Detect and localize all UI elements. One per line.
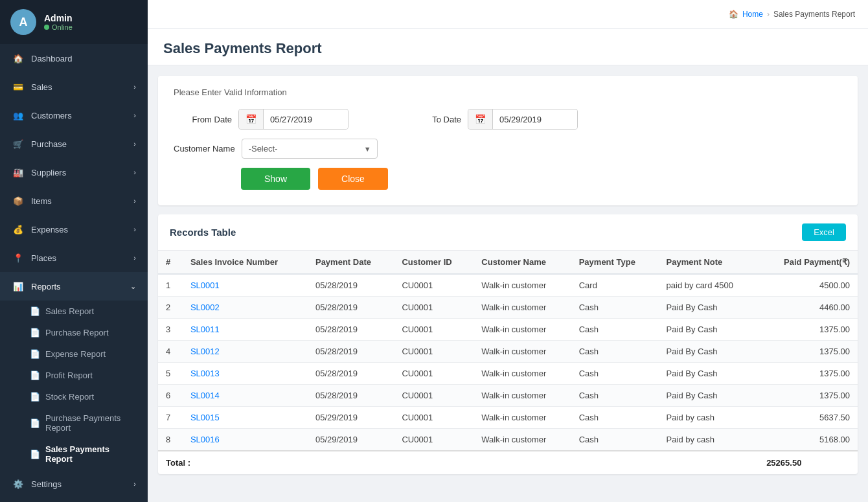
breadcrumb-home[interactable]: Home: [742, 10, 763, 19]
sidebar-item-items[interactable]: 📦 Items ›: [0, 187, 148, 215]
cell-num: 2: [158, 297, 183, 319]
sidebar-item-dashboard[interactable]: 🏠 Dashboard: [0, 44, 148, 73]
cell-payment-type: Cash: [571, 319, 659, 341]
sidebar-item-purchase-report[interactable]: 📄 Purchase Report: [0, 322, 148, 343]
sub-item-label: Expense Report: [45, 349, 106, 359]
avatar: A: [10, 9, 36, 35]
sidebar-item-reports[interactable]: 📊 Reports ⌄: [0, 272, 148, 301]
sub-item-label: Sales Payments Report: [45, 444, 136, 464]
cell-customer-name: Walk-in customer: [474, 385, 571, 407]
cell-payment-type: Cash: [571, 363, 659, 385]
cell-invoice[interactable]: SL0002: [183, 297, 308, 319]
sidebar-item-purchase-payments-report[interactable]: 📄 Purchase Payments Report: [0, 407, 148, 439]
main-area: 🏠 Home › Sales Payments Report Sales Pay…: [148, 0, 868, 502]
filter-subtitle: Please Enter Valid Information: [174, 87, 842, 97]
sidebar-item-label: Items: [31, 196, 52, 206]
show-button[interactable]: Show: [241, 168, 310, 190]
cell-date: 05/28/2019: [308, 319, 394, 341]
cell-note: paid by card 4500: [659, 274, 759, 297]
sidebar-item-suppliers[interactable]: 🏭 Suppliers ›: [0, 158, 148, 187]
cell-amount: 1375.00: [759, 319, 858, 341]
sidebar-item-places[interactable]: 📍 Places ›: [0, 244, 148, 272]
doc-icon: 📄: [30, 306, 40, 316]
sidebar-item-sales[interactable]: 💳 Sales ›: [0, 73, 148, 101]
customer-name-group: Customer Name -Select- ▼: [174, 139, 378, 159]
sidebar-item-settings[interactable]: ⚙️ Settings ›: [0, 470, 148, 498]
table-row: 8 SL0016 05/29/2019 CU0001 Walk-in custo…: [158, 429, 858, 451]
cell-payment-type: Cash: [571, 385, 659, 407]
sidebar-item-sales-report[interactable]: 📄 Sales Report: [0, 301, 148, 322]
online-dot: [44, 25, 49, 30]
doc-icon: 📄: [30, 371, 40, 380]
sidebar-item-label: Customers: [31, 111, 72, 120]
breadcrumb-current: Sales Payments Report: [773, 10, 855, 19]
cell-invoice[interactable]: SL0011: [183, 319, 308, 341]
sidebar-header: A Admin Online: [0, 0, 148, 44]
cell-customer-name: Walk-in customer: [474, 429, 571, 451]
cell-invoice[interactable]: SL0016: [183, 429, 308, 451]
cell-customer-id: CU0001: [394, 385, 474, 407]
customer-select[interactable]: -Select-: [242, 139, 378, 159]
filter-row-dates: From Date 📅 To Date 📅: [174, 109, 842, 130]
cell-note: Paid By Cash: [659, 319, 759, 341]
cell-invoice[interactable]: SL0001: [183, 274, 308, 297]
excel-button[interactable]: Excel: [802, 223, 846, 241]
from-date-input[interactable]: [264, 110, 348, 129]
close-button[interactable]: Close: [318, 168, 388, 190]
cell-date: 05/28/2019: [308, 341, 394, 363]
col-invoice: Sales Invoice Number: [183, 251, 308, 274]
table-row: 3 SL0011 05/28/2019 CU0001 Walk-in custo…: [158, 319, 858, 341]
sidebar-item-help[interactable]: ❓ Help: [0, 498, 148, 502]
cell-payment-type: Card: [571, 274, 659, 297]
records-card: Records Table Excel # Sales Invoice Numb…: [158, 214, 858, 474]
sidebar-item-customers[interactable]: 👥 Customers ›: [0, 101, 148, 130]
sidebar-item-label: Sales: [31, 82, 52, 92]
sidebar-item-stock-report[interactable]: 📄 Stock Report: [0, 386, 148, 407]
sidebar-item-expenses[interactable]: 💰 Expenses ›: [0, 215, 148, 244]
cell-date: 05/28/2019: [308, 363, 394, 385]
total-label: Total :: [158, 451, 759, 474]
sidebar-item-profit-report[interactable]: 📄 Profit Report: [0, 365, 148, 386]
cell-note: Paid by cash: [659, 407, 759, 429]
places-icon: 📍: [12, 251, 25, 264]
table-header-row: # Sales Invoice Number Payment Date Cust…: [158, 251, 858, 274]
cell-date: 05/28/2019: [308, 297, 394, 319]
doc-icon: 📄: [30, 450, 40, 459]
to-date-group: To Date 📅: [403, 109, 578, 130]
to-date-input[interactable]: [493, 110, 577, 129]
customer-select-wrap: -Select- ▼: [242, 139, 378, 159]
items-icon: 📦: [12, 194, 25, 207]
records-title: Records Table: [170, 227, 236, 238]
from-date-calendar-btn[interactable]: 📅: [239, 109, 264, 129]
topbar: 🏠 Home › Sales Payments Report: [148, 0, 868, 29]
total-row: Total : 25265.50: [158, 451, 858, 474]
sidebar-item-expense-report[interactable]: 📄 Expense Report: [0, 343, 148, 365]
filter-row-customer: Customer Name -Select- ▼: [174, 139, 842, 159]
cell-invoice[interactable]: SL0015: [183, 407, 308, 429]
doc-icon: 📄: [30, 392, 40, 402]
cell-invoice[interactable]: SL0014: [183, 385, 308, 407]
cell-customer-name: Walk-in customer: [474, 341, 571, 363]
cell-payment-type: Cash: [571, 341, 659, 363]
cell-invoice[interactable]: SL0012: [183, 341, 308, 363]
col-customer-name: Customer Name: [474, 251, 571, 274]
cell-note: Paid By Cash: [659, 385, 759, 407]
doc-icon: 📄: [30, 418, 40, 428]
sidebar-item-sales-payments-report[interactable]: 📄 Sales Payments Report: [0, 439, 148, 470]
filter-btn-row: Show Close: [174, 168, 842, 190]
cell-customer-name: Walk-in customer: [474, 297, 571, 319]
table-row: 7 SL0015 05/29/2019 CU0001 Walk-in custo…: [158, 407, 858, 429]
chevron-icon: ›: [133, 197, 136, 205]
to-date-calendar-btn[interactable]: 📅: [468, 109, 493, 129]
purchase-icon: 🛒: [12, 137, 25, 150]
sidebar-item-label: Expenses: [31, 225, 68, 234]
to-date-label: To Date: [403, 115, 461, 124]
cell-date: 05/29/2019: [308, 429, 394, 451]
sidebar: A Admin Online 🏠 Dashboard 💳 Sales › 👥 C…: [0, 0, 148, 502]
user-name: Admin: [44, 13, 73, 23]
cell-amount: 4500.00: [759, 274, 858, 297]
cell-invoice[interactable]: SL0013: [183, 363, 308, 385]
col-payment-type: Payment Type: [571, 251, 659, 274]
cell-payment-type: Cash: [571, 429, 659, 451]
sidebar-item-purchase[interactable]: 🛒 Purchase ›: [0, 130, 148, 158]
